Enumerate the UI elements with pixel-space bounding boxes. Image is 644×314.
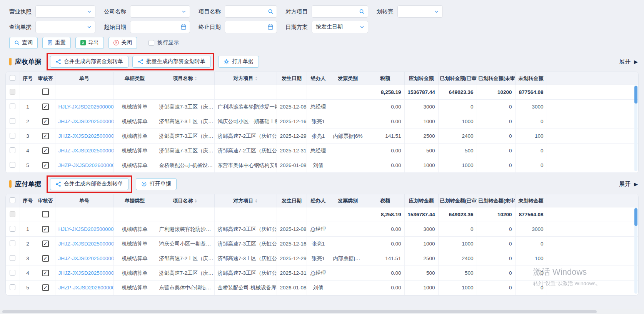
expand-button[interactable]: 展开▶ [619, 180, 638, 188]
search-button[interactable]: 查询 [9, 37, 38, 49]
highlight-red-box: 合并生成内部资金划转单 [47, 175, 132, 193]
button-label: 打开单据 [150, 180, 171, 187]
row-checkbox[interactable] [10, 104, 15, 109]
export-button[interactable]: X 导出 [75, 37, 104, 49]
doc-no-link[interactable]: JHJZ-JXJSD2025000000 [58, 148, 114, 154]
sort-icon[interactable]: ▲▼ [195, 199, 197, 203]
approved-checkbox[interactable]: ✓ [42, 270, 49, 276]
cell-invoice: 内部票据|… [330, 251, 366, 266]
row-checkbox[interactable] [10, 162, 15, 168]
section-button-share[interactable]: 合并生成内部资金划转单 [50, 178, 128, 190]
summary-cell-invoice [330, 85, 366, 100]
approved-checkbox[interactable]: ✓ [42, 118, 49, 125]
approved-checkbox[interactable]: ✓ [42, 104, 49, 110]
cell-seq: 5 [20, 281, 36, 295]
cell-handler: 总经理 [307, 266, 330, 281]
project-name-input[interactable] [225, 5, 277, 18]
column-label: 未划转金额 [519, 75, 544, 81]
vertical-scrollbar-thumb[interactable] [634, 86, 637, 104]
approved-checkbox[interactable]: ✓ [42, 255, 49, 262]
doc-no-link[interactable]: JHJZ-JXJSD2025000000 [58, 133, 114, 139]
calendar-icon [180, 24, 187, 30]
table-card: 序号审核否单号单据类型项目名称▲▼对方项目▲▼发生日期经办人发票类别税额应划转金… [5, 194, 639, 296]
cell-doc_no: JHJZ-JXJSD2025000000 [55, 251, 113, 266]
filler-cell [547, 251, 638, 266]
end-date-input[interactable] [225, 21, 277, 33]
row-checkbox[interactable] [10, 255, 15, 261]
cell-amount_approved: 1000 [438, 158, 477, 173]
business-license-select[interactable] [35, 5, 95, 18]
vertical-scrollbar-thumb[interactable] [634, 208, 637, 226]
counter-project-input[interactable] [312, 5, 368, 18]
row-checkbox[interactable] [10, 226, 15, 232]
cell-approved: ✓ [36, 144, 55, 158]
wrap-display-checkbox[interactable] [148, 40, 154, 46]
row-checkbox[interactable] [10, 270, 15, 276]
section-button-share[interactable]: 合并生成内部资金划转单 [50, 56, 128, 68]
wrap-display-toggle[interactable]: 换行显示 [148, 39, 179, 46]
cell-amount_unapproved: 0 [477, 144, 515, 158]
expand-button[interactable]: 展开▶ [619, 58, 638, 65]
transfer-done-select[interactable] [397, 5, 443, 18]
sort-icon[interactable]: ▲▼ [255, 199, 258, 203]
approved-checkbox[interactable]: ✓ [42, 162, 49, 169]
doc-no-link[interactable]: JHJZ-JXJSD2025000000 [58, 256, 114, 261]
sort-icon[interactable]: ▲▼ [195, 76, 197, 81]
doc-no-link[interactable]: JHZP-JXJSD2026000000 [58, 285, 114, 291]
section-button-share[interactable]: 批量生成内部资金划转单 [132, 56, 211, 68]
doc-no-link[interactable]: JHJZ-JXJSD2025000000 [58, 270, 114, 276]
column-label: 对方项目 [234, 75, 254, 81]
vertical-scrollbar[interactable] [634, 85, 637, 171]
filler-cell [547, 237, 638, 251]
date-scheme-select[interactable]: 按发生日期 [312, 21, 368, 33]
close-button[interactable]: × 关闭 [108, 37, 137, 49]
row-checkbox[interactable] [10, 284, 15, 290]
company-name-select[interactable] [130, 5, 190, 18]
horizontal-scrollbar[interactable] [0, 309, 644, 314]
row-checkbox[interactable] [10, 118, 15, 124]
approved-checkbox[interactable]: ✓ [42, 147, 49, 154]
start-date-input[interactable] [130, 21, 190, 33]
doc-no-link[interactable]: HJLY-JXJSD20250000001 [58, 104, 114, 110]
query-doc-select[interactable] [35, 21, 95, 33]
horizontal-scrollbar-thumb[interactable] [2, 310, 597, 313]
cell-approved: ✓ [36, 129, 55, 144]
approved-checkbox[interactable]: ✓ [42, 226, 49, 232]
doc-no-link[interactable]: JHJZ-JXJSD2025000000 [58, 119, 114, 124]
summary-cell-approved [36, 207, 55, 222]
summary-approved-checkbox[interactable] [42, 89, 49, 95]
table-row: 4✓JHJZ-JXJSD2025000000机械结算单济邹高速7-3工区（庆…济… [6, 144, 638, 158]
search-icon [359, 9, 365, 15]
cell-doc_no: JHJZ-JXJSD2025000000 [55, 144, 113, 158]
button-label: 合并生成内部资金划转单 [64, 180, 123, 187]
summary-cell-amount_due: 1536787.44 [404, 207, 438, 222]
reset-button[interactable]: 重置 [42, 37, 71, 49]
cell-date: 2026-01-08 [277, 281, 307, 295]
cell-doc_type: 机械结算单 [113, 281, 156, 295]
section-button-gear[interactable]: 打开单据 [218, 56, 259, 68]
sort-icon[interactable]: ▲▼ [255, 76, 258, 81]
summary-cell-invoice [330, 207, 366, 222]
doc-no-link[interactable]: JHZP-JXJSD2026000000 [58, 162, 114, 168]
company-name-label: 公司名称 [104, 8, 126, 15]
row-checkbox[interactable] [10, 133, 15, 139]
section-button-gear[interactable]: 打开单据 [136, 178, 177, 190]
cell-amount_remaining: 0 [515, 114, 547, 129]
approved-checkbox[interactable]: ✓ [42, 241, 49, 247]
doc-no-link[interactable]: JHJZ-JXJSD2025000000 [58, 241, 114, 247]
cell-tax: 0.00 [366, 222, 404, 237]
row-checkbox[interactable] [10, 241, 15, 246]
vertical-scrollbar[interactable] [634, 207, 637, 294]
column-header: 序号 [20, 72, 36, 85]
select-all-checkbox[interactable] [10, 197, 15, 203]
chevron-down-icon [87, 9, 92, 14]
cell-counter_project: 金桥装配公司-机械设备库 [214, 281, 277, 295]
approved-checkbox[interactable]: ✓ [42, 284, 49, 291]
row-select-cell [6, 144, 20, 158]
select-all-checkbox[interactable] [10, 75, 15, 81]
row-checkbox[interactable] [10, 147, 15, 153]
approved-checkbox[interactable]: ✓ [42, 133, 49, 139]
cell-amount_approved: 1000 [438, 281, 477, 295]
summary-approved-checkbox[interactable] [42, 211, 49, 217]
doc-no-link[interactable]: HJLY-JXJSD20250000001 [58, 226, 114, 232]
